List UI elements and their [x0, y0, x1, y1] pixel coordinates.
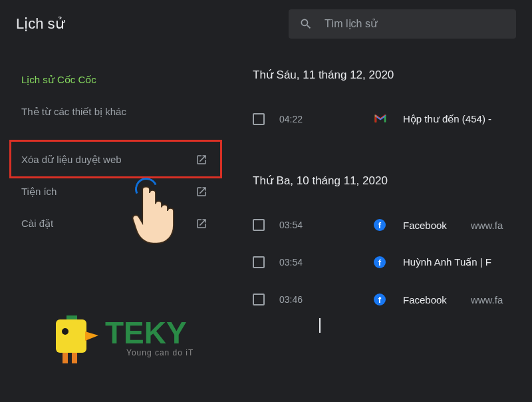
history-row[interactable]: 04:22 Hộp thư đến (454) - [253, 100, 532, 138]
entry-time: 03:54 [279, 220, 313, 230]
sidebar-item-extensions[interactable]: Tiện ích [19, 176, 218, 208]
checkbox[interactable] [253, 294, 265, 305]
history-row[interactable]: 03:46 f Facebook www.fa [253, 281, 532, 318]
entry-title: Facebook [403, 220, 447, 231]
external-link-icon [196, 186, 207, 198]
sidebar-item-label: Cài đặt [21, 218, 53, 230]
day-header: Thứ Sáu, 11 tháng 12, 2020 [253, 56, 532, 100]
search-icon [299, 17, 313, 31]
entry-time: 04:22 [279, 114, 313, 124]
entry-time: 03:46 [279, 294, 313, 305]
history-row[interactable]: 03:54 f Huỳnh Anh Tuấn | F [253, 244, 532, 281]
facebook-icon: f [374, 294, 386, 305]
entry-time: 03:54 [279, 257, 313, 268]
entry-title: Huỳnh Anh Tuấn | F [403, 256, 491, 268]
sidebar-item-clear-browsing-data[interactable]: Xóa dữ liệu duyệt web [19, 144, 218, 176]
entry-title: Facebook [403, 294, 447, 305]
page-title: Lịch sử [16, 15, 282, 33]
layout: Lịch sử Cốc Cốc Thẻ từ các thiết bị khác… [0, 48, 532, 402]
external-link-icon [196, 154, 207, 166]
sidebar: Lịch sử Cốc Cốc Thẻ từ các thiết bị khác… [0, 48, 229, 402]
sidebar-item-label: Lịch sử Cốc Cốc [21, 74, 96, 86]
sidebar-item-tabs-other-devices[interactable]: Thẻ từ các thiết bị khác [19, 96, 218, 128]
facebook-icon: f [374, 219, 386, 231]
entry-url: www.fa [471, 294, 503, 305]
sidebar-item-label: Thẻ từ các thiết bị khác [21, 106, 126, 118]
sidebar-item-label: Xóa dữ liệu duyệt web [21, 154, 122, 166]
search-input[interactable] [325, 18, 505, 30]
gmail-icon [374, 113, 386, 125]
sidebar-item-label: Tiện ích [21, 186, 57, 198]
day-group: Thứ Sáu, 11 tháng 12, 2020 04:22 Hộp thư… [253, 56, 532, 138]
checkbox[interactable] [253, 113, 265, 125]
main-content: Thứ Sáu, 11 tháng 12, 2020 04:22 Hộp thư… [229, 48, 532, 402]
day-header: Thứ Ba, 10 tháng 11, 2020 [253, 162, 532, 206]
entry-title: Hộp thư đến (454) - [403, 113, 491, 125]
history-row[interactable]: 03:54 f Facebook www.fa [253, 206, 532, 244]
external-link-icon [196, 218, 207, 230]
header: Lịch sử [0, 0, 532, 48]
text-cursor [319, 318, 321, 333]
facebook-icon: f [374, 256, 386, 268]
checkbox[interactable] [253, 256, 265, 268]
checkbox[interactable] [253, 219, 265, 231]
sidebar-item-history[interactable]: Lịch sử Cốc Cốc [19, 64, 218, 96]
day-group: Thứ Ba, 10 tháng 11, 2020 03:54 f Facebo… [253, 162, 532, 333]
entry-url: www.fa [471, 220, 503, 231]
search-container[interactable] [289, 9, 516, 39]
sidebar-item-settings[interactable]: Cài đặt [19, 208, 218, 240]
